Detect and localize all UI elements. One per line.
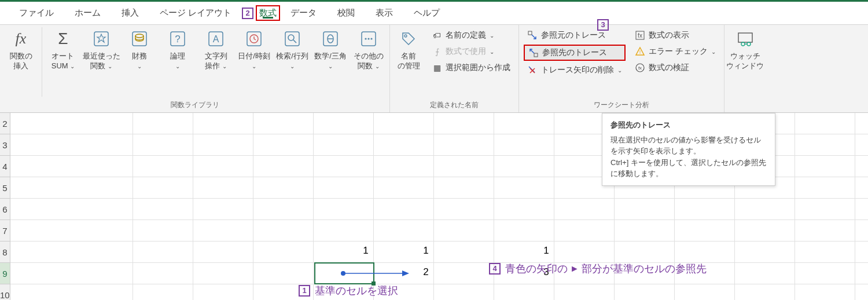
cell[interactable] [314, 220, 374, 241]
tab-review[interactable]: 校閲 [327, 3, 365, 23]
cell[interactable]: 1 [374, 242, 434, 262]
recent-functions-button[interactable]: 最近使った 関数 ⌄ [83, 26, 120, 74]
tab-layout[interactable]: ページ レイアウト [149, 3, 242, 23]
cell[interactable] [10, 134, 133, 155]
cell[interactable] [795, 177, 855, 198]
cell[interactable] [855, 199, 868, 219]
cell[interactable] [554, 242, 615, 262]
cell[interactable] [374, 220, 434, 241]
trace-precedents-button[interactable]: 参照元のトレース [524, 28, 626, 42]
cell[interactable] [434, 263, 494, 284]
cell[interactable] [795, 220, 855, 241]
cell[interactable] [795, 113, 855, 134]
cell[interactable] [434, 199, 494, 219]
cell[interactable] [735, 242, 795, 262]
cell[interactable] [374, 113, 434, 134]
cell[interactable] [10, 284, 133, 300]
row-header[interactable]: 7 [0, 220, 10, 242]
more-functions-button[interactable]: その他の 関数 ⌄ [350, 26, 387, 74]
cell[interactable] [10, 242, 133, 262]
cell[interactable] [494, 156, 554, 177]
tab-insert[interactable]: 挿入 [111, 3, 149, 23]
row-header[interactable]: 3 [0, 134, 10, 156]
financial-button[interactable]: 財務⌄ [121, 26, 158, 74]
datetime-button[interactable]: 日付/時刻⌄ [236, 26, 273, 74]
cell[interactable] [554, 284, 615, 300]
cell[interactable] [434, 134, 494, 155]
cell[interactable] [434, 113, 494, 134]
cell[interactable] [675, 199, 735, 219]
tab-home[interactable]: ホーム [64, 3, 111, 23]
cell[interactable]: 2 [374, 263, 434, 284]
row-header[interactable]: 5 [0, 177, 10, 199]
cell[interactable] [193, 113, 253, 134]
evaluate-formula-button[interactable]: fx 数式の検証 [631, 61, 719, 75]
cell[interactable] [133, 134, 193, 155]
cell[interactable] [374, 134, 434, 155]
cell[interactable] [494, 220, 554, 241]
trace-dependents-button[interactable]: 参照先のトレース [524, 45, 626, 61]
cell[interactable] [434, 242, 494, 262]
cell[interactable] [253, 156, 314, 177]
cell[interactable] [795, 263, 855, 284]
cell[interactable] [193, 199, 253, 219]
cell[interactable] [10, 113, 133, 134]
cell[interactable] [314, 199, 374, 219]
cell[interactable] [193, 134, 253, 155]
cell[interactable] [314, 113, 374, 134]
cell[interactable] [735, 284, 795, 300]
cell[interactable] [10, 220, 133, 241]
cell[interactable] [615, 284, 675, 300]
cell[interactable] [795, 134, 855, 155]
cell[interactable] [795, 156, 855, 177]
autosum-button[interactable]: Σ オート SUM ⌄ [45, 26, 82, 74]
cell[interactable] [314, 134, 374, 155]
cell[interactable] [253, 199, 314, 219]
cell[interactable] [133, 199, 193, 219]
cell[interactable] [10, 177, 133, 198]
logical-button[interactable]: ? 論理⌄ [159, 26, 196, 74]
cell[interactable] [253, 177, 314, 198]
text-button[interactable]: A 文字列 操作 ⌄ [197, 26, 234, 74]
cell[interactable]: 1 [494, 242, 554, 262]
row-header[interactable]: 2 [0, 113, 10, 134]
row-header[interactable]: 10 [0, 284, 10, 300]
cell[interactable] [10, 199, 133, 219]
tab-help[interactable]: ヘルプ [403, 3, 450, 23]
cell[interactable] [494, 284, 554, 300]
cell[interactable] [735, 199, 795, 219]
cell[interactable] [675, 284, 735, 300]
cell[interactable] [554, 199, 615, 219]
cell[interactable] [795, 242, 855, 262]
cell[interactable] [253, 263, 314, 284]
cell[interactable] [314, 263, 374, 284]
cell[interactable] [314, 177, 374, 198]
cell[interactable] [855, 134, 868, 155]
cell[interactable] [133, 242, 193, 262]
cell[interactable] [494, 113, 554, 134]
cell[interactable] [193, 263, 253, 284]
watch-window-button[interactable]: ウォッチ ウィンドウ [727, 26, 764, 74]
cell[interactable] [795, 284, 855, 300]
cell[interactable] [374, 199, 434, 219]
row-header[interactable]: 8 [0, 242, 10, 263]
cell[interactable] [554, 220, 615, 241]
cell[interactable] [735, 263, 795, 284]
cell[interactable] [855, 263, 868, 284]
cell[interactable] [855, 220, 868, 241]
cell[interactable] [374, 177, 434, 198]
define-name-button[interactable]: 🏷 名前の定義 ⌄ [428, 28, 514, 42]
cell[interactable] [193, 220, 253, 241]
cell[interactable] [253, 113, 314, 134]
cell[interactable] [193, 242, 253, 262]
cell[interactable] [193, 156, 253, 177]
cell[interactable] [735, 220, 795, 241]
cell[interactable] [193, 284, 253, 300]
cell[interactable] [253, 242, 314, 262]
cell[interactable] [193, 177, 253, 198]
row-header[interactable]: 4 [0, 156, 10, 177]
cell[interactable] [133, 263, 193, 284]
tab-view[interactable]: 表示 [365, 3, 403, 23]
cell[interactable] [253, 220, 314, 241]
cell[interactable] [133, 220, 193, 241]
